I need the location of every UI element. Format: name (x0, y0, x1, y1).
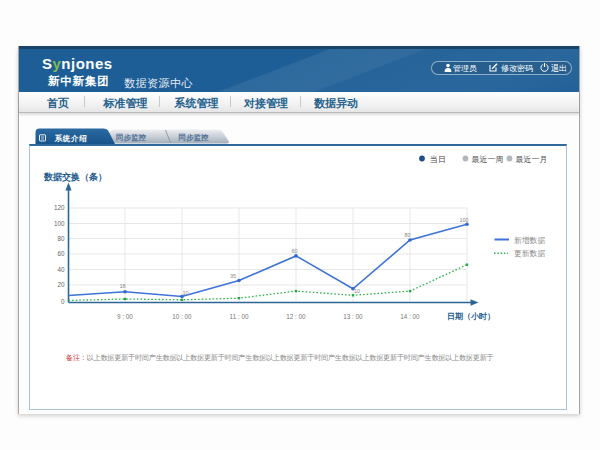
svg-text:18: 18 (120, 283, 126, 289)
svg-text:系统介绍: 系统介绍 (55, 134, 88, 143)
svg-text:当日: 当日 (430, 155, 446, 164)
svg-text:60: 60 (292, 248, 298, 254)
svg-text:100: 100 (460, 217, 469, 223)
svg-text:0: 0 (61, 298, 65, 305)
svg-text:100: 100 (54, 220, 65, 227)
svg-text:12 : 00: 12 : 00 (286, 313, 306, 320)
svg-text:13 : 00: 13 : 00 (343, 313, 363, 320)
svg-text:更新数据: 更新数据 (514, 249, 545, 258)
svg-text:14 : 00: 14 : 00 (400, 313, 420, 320)
svg-text:10: 10 (354, 288, 360, 294)
svg-text:数据交换（条）: 数据交换（条） (43, 172, 107, 182)
svg-text:20: 20 (57, 281, 65, 288)
svg-text:10 : 00: 10 : 00 (172, 313, 192, 320)
svg-text:同步监控: 同步监控 (179, 133, 210, 142)
svg-text:最近一月: 最近一月 (516, 155, 548, 164)
svg-text:10: 10 (183, 290, 189, 296)
svg-text:同步监控: 同步监控 (116, 133, 147, 142)
svg-text:40: 40 (57, 266, 65, 273)
svg-text:120: 120 (54, 204, 65, 211)
svg-text:9 : 00: 9 : 00 (117, 313, 133, 320)
svg-text:60: 60 (57, 250, 65, 257)
svg-text:新增数据: 新增数据 (514, 236, 545, 245)
svg-text:80: 80 (57, 235, 65, 242)
svg-text:日期（小时）: 日期（小时） (447, 312, 495, 321)
svg-text:最近一周: 最近一周 (472, 155, 504, 164)
svg-text:80: 80 (405, 232, 411, 238)
svg-text:11 : 00: 11 : 00 (230, 313, 249, 320)
svg-text:35: 35 (230, 273, 236, 279)
